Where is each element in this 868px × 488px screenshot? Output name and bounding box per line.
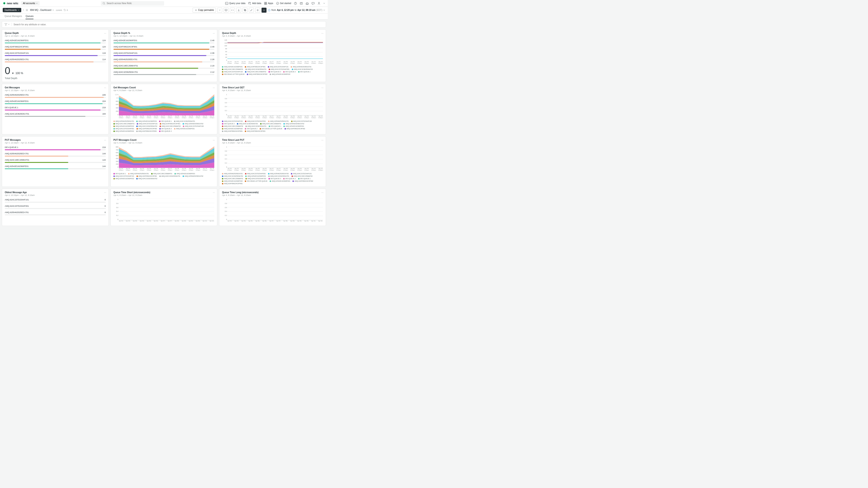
legend-item[interactable]: AMQ.624C19EC2588AF01 <box>114 123 134 125</box>
timerange-picker[interactable]: from Apr 4, 12:20 pm to Apr 12, 08:19 am… <box>268 9 325 11</box>
legend-item[interactable]: AMQ.624F096224C9F902 <box>285 128 305 129</box>
copy-permalink-button[interactable]: Copy permalink <box>193 8 216 13</box>
chart-plot[interactable] <box>119 199 215 220</box>
legend-item[interactable]: AMQ.624C1E3625D6A702 <box>136 178 157 180</box>
legend-item[interactable]: AMQ.624F096224C9F801 <box>136 130 157 132</box>
panel-menu-icon[interactable]: ··· <box>213 32 215 35</box>
brand-logo[interactable]: new relic <box>3 2 18 5</box>
bar-row[interactable]: AMQ.6255462525EEA7010 <box>5 211 106 215</box>
bar-row[interactable]: AMQ.624C237D2344F0010 <box>5 205 106 209</box>
chart-plot[interactable] <box>227 94 323 116</box>
chart-plot[interactable] <box>227 146 323 168</box>
legend-item[interactable]: AMQ.624C19EC2588AF01 <box>222 68 243 70</box>
legend-item[interactable]: DEV.QUEUE.3 <box>269 178 281 180</box>
tag-badge[interactable]: 8 <box>64 9 68 11</box>
legend-item[interactable]: DEV.DEAD.LETTER.QUEUE <box>245 180 268 182</box>
legend-item[interactable]: AMQ.62542E162360FE01 <box>270 180 290 182</box>
legend-item[interactable]: AMQ.624F096224C9F901 <box>245 66 266 68</box>
legend-item[interactable]: AMQ.624F096224C9F801 <box>222 130 243 132</box>
legend-item[interactable]: AMQ.6255462525EEA701 <box>222 173 243 174</box>
owner-badge[interactable]: coreint <box>56 9 62 11</box>
bar-row[interactable]: AMQ.624C237D2344F101119 <box>5 52 106 56</box>
bar-row[interactable]: AMQ.6255462525EEA701114 <box>5 58 106 62</box>
panel-menu-icon[interactable]: ··· <box>213 139 215 141</box>
legend-item[interactable]: AMQ.62542E162360FE01 <box>136 121 157 122</box>
legend-item[interactable]: AMQ.624F096224C9F902 <box>136 128 157 129</box>
bar-row[interactable]: DEV.QUEUE.1219 <box>5 106 106 110</box>
legend-item[interactable]: AMQ.624F096224C9F901 <box>136 175 157 177</box>
search-input[interactable] <box>107 2 162 4</box>
news-icon[interactable] <box>300 2 303 5</box>
legend-item[interactable]: DEV.QUEUE.3 <box>159 130 172 132</box>
legend-item[interactable]: AMQ.624F096224C9F901 <box>222 183 243 184</box>
legend-item[interactable]: AMQ.6255462525EEA701 <box>128 173 149 174</box>
legend-item[interactable]: AMQ.62542E162360FE02 <box>222 180 243 182</box>
filter-toggle[interactable] <box>4 23 12 26</box>
legend-item[interactable]: AMQ.62542E162360FE02 <box>114 178 134 180</box>
inbox-icon[interactable] <box>306 2 309 5</box>
legend-item[interactable]: AMQ.6255462525EEA702 <box>183 175 204 177</box>
chart-plot[interactable] <box>119 146 215 168</box>
bar-row[interactable]: AMQ.624C237D2344F1012.38 <box>114 52 215 56</box>
code-button[interactable] <box>230 8 235 13</box>
panel-menu-icon[interactable]: ··· <box>213 86 215 89</box>
legend-item[interactable]: AMQ.62542E162360FE01 <box>283 125 304 127</box>
legend-item[interactable]: AMQ.624C1E3625D6A702 <box>237 123 258 125</box>
legend-item[interactable]: AMQ.624C237D2344F001 <box>245 121 266 122</box>
legend-item[interactable]: AMQ.624C1E3625D6A701 <box>246 68 267 70</box>
legend-item[interactable]: AMQ.624C19EC2588AF02 <box>291 175 313 177</box>
bar-row[interactable]: AMQ.62542E162360FE01144 <box>5 165 106 169</box>
tab-queues[interactable]: Queues <box>26 13 33 19</box>
panel-menu-icon[interactable]: ··· <box>321 32 323 35</box>
legend-item[interactable]: AMQ.62542E162360FE02 <box>270 73 290 75</box>
legend-item[interactable]: DEV.QUEUE.1 <box>298 71 311 72</box>
legend-item[interactable]: AMQ.624C237D2344F001 <box>114 128 134 129</box>
panel-menu-icon[interactable]: ··· <box>104 191 106 194</box>
legend-item[interactable]: AMQ.624C19EC2588AF01 <box>260 123 281 125</box>
bar-row[interactable]: AMQ.624C237D2344F1010 <box>5 199 106 203</box>
dashboards-button[interactable]: Dashboards <box>3 8 21 12</box>
legend-item[interactable]: AMQ.624C237D2344F001 <box>245 173 266 174</box>
legend-item[interactable]: AMQ.62542E162360FE01 <box>175 173 195 174</box>
add-data-link[interactable]: Add data <box>248 2 261 5</box>
legend-item[interactable]: AMQ.624C237D2344F101 <box>137 123 158 125</box>
legend-item[interactable]: AMQ.624C237D2344F102 <box>183 125 204 127</box>
bar-row[interactable]: AMQ.62542E162360FE012.48 <box>114 39 215 43</box>
bar-row[interactable]: AMQ.624C19EC2588AF012.18 <box>114 65 215 69</box>
apps-link[interactable]: Apps <box>264 2 273 5</box>
legend-item[interactable]: AMQ.624C237D2344F101 <box>268 66 289 68</box>
bar-row[interactable]: AMQ.6255462525EEA7012.28 <box>114 58 215 62</box>
legend-item[interactable]: AMQ.624C1E3625D6A702 <box>136 125 157 127</box>
chevron-down-icon[interactable] <box>323 2 325 4</box>
panel-menu-icon[interactable]: ··· <box>321 86 323 89</box>
feedback-icon[interactable] <box>311 2 315 5</box>
chart-plot[interactable] <box>227 199 323 220</box>
legend-item[interactable]: AMQ.624F096224C9F901 <box>160 123 180 125</box>
legend-item[interactable]: DEV.QUEUE.2 <box>245 128 257 129</box>
legend-item[interactable]: AMQ.62542E162360FE01 <box>222 66 243 68</box>
legend-item[interactable]: AMQ.6255462525EEA702 <box>268 173 289 174</box>
legend-item[interactable]: DEV.QUEUE.3 <box>222 123 235 125</box>
dashboard-name[interactable]: IBM MQ - Dashboard <box>30 9 54 11</box>
legend-item[interactable]: AMQ.624C1E3625D6A701 <box>174 121 195 122</box>
get-started-link[interactable]: Get started <box>276 2 291 5</box>
legend-item[interactable]: AMQ.624C237D2344F102 <box>291 121 312 122</box>
legend-item[interactable]: DEV.QUEUE.1 <box>114 173 126 174</box>
legend-item[interactable]: AMQ.624C1E3625D6A702 <box>222 175 243 177</box>
legend-item[interactable]: AMQ.624C237D2344F101 <box>291 173 312 174</box>
settings-button[interactable] <box>255 8 260 13</box>
chart-plot[interactable] <box>227 39 323 61</box>
legend-item[interactable]: AMQ.624C1E3625D6A701 <box>159 175 180 177</box>
legend-item[interactable]: DEV.QUEUE.1 <box>298 178 311 180</box>
legend-item[interactable]: DEV.DEAD.LETTER.QUEUE <box>222 73 245 75</box>
legend-item[interactable]: AMQ.624C19EC2588AF02 <box>245 71 266 72</box>
legend-item[interactable]: AMQ.62542E162360FE01 <box>245 175 266 177</box>
bar-row[interactable]: AMQ.6255462525EEA701144 <box>5 153 106 157</box>
legend-item[interactable]: AMQ.624F096224C9F902 <box>247 73 268 75</box>
legend-item[interactable]: AMQ.624C19EC2588AF01 <box>222 178 243 180</box>
download-button[interactable] <box>236 8 241 13</box>
bar-row[interactable]: AMQ.62542E162360FE01224 <box>5 100 106 104</box>
legend-item[interactable]: AMQ.62542E162360FE02 <box>222 128 243 129</box>
tv-mode-button[interactable] <box>223 8 228 13</box>
permalink-dropdown[interactable] <box>217 8 222 13</box>
